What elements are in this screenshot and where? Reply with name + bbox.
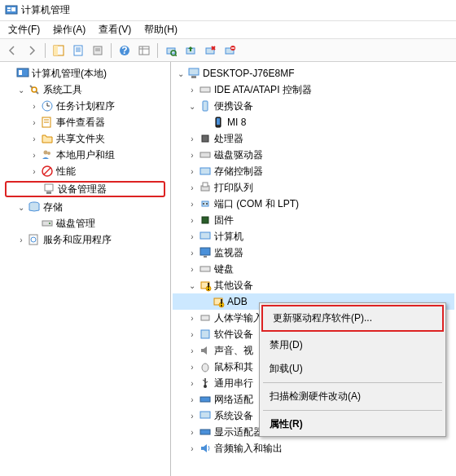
- svg-rect-6: [74, 46, 82, 55]
- svg-rect-80: [200, 397, 210, 402]
- menu-update-driver[interactable]: 更新驱动程序软件(P)...: [263, 306, 442, 330]
- device-root[interactable]: ⌄ DESKTOP-J76E8MF: [173, 65, 454, 82]
- tree-performance[interactable]: › 性能: [2, 163, 169, 179]
- tree-storage[interactable]: ⌄ 存储: [2, 199, 169, 215]
- device-ports[interactable]: ›端口 (COM 和 LPT): [173, 196, 454, 212]
- expand-icon[interactable]: ›: [29, 166, 39, 176]
- device-processors[interactable]: ›处理器: [173, 130, 454, 147]
- expand-icon[interactable]: ›: [187, 264, 197, 274]
- tree-label: 音频输入和输出: [214, 442, 283, 456]
- tree-device-manager[interactable]: 设备管理器: [5, 181, 165, 197]
- collapse-icon[interactable]: ⌄: [187, 280, 197, 290]
- expand-icon[interactable]: ›: [187, 134, 197, 143]
- expand-icon[interactable]: ›: [187, 183, 197, 192]
- device-portable[interactable]: ⌄便携设备: [173, 98, 454, 114]
- device-computer[interactable]: ›计算机: [173, 228, 454, 245]
- update-driver-button[interactable]: [182, 42, 200, 60]
- sound-icon: [199, 344, 212, 357]
- collapse-icon[interactable]: ⌄: [187, 101, 197, 111]
- show-hide-tree-button[interactable]: [50, 42, 68, 60]
- menu-help[interactable]: 帮助(H): [139, 21, 182, 38]
- menu-uninstall[interactable]: 卸载(U): [260, 357, 445, 381]
- menu-separator: [263, 410, 442, 411]
- expand-icon[interactable]: ›: [187, 427, 197, 437]
- help-button[interactable]: ?: [116, 42, 134, 60]
- svg-text:?: ?: [121, 45, 127, 56]
- tree-event-viewer[interactable]: › 事件查看器: [2, 114, 169, 130]
- device-storage-controllers[interactable]: ›存储控制器: [173, 163, 454, 179]
- menu-view[interactable]: 查看(V): [94, 21, 136, 38]
- tree-label: 监视器: [214, 246, 243, 260]
- tree-label: 存储: [43, 201, 63, 214]
- device-monitors[interactable]: ›监视器: [173, 245, 454, 261]
- expand-icon[interactable]: ›: [187, 394, 197, 404]
- expand-icon[interactable]: ›: [187, 411, 197, 421]
- collapse-icon[interactable]: ⌄: [16, 202, 26, 212]
- tree-shared-folders[interactable]: › 共享文件夹: [2, 130, 169, 147]
- list-button[interactable]: [135, 42, 153, 60]
- svg-rect-65: [204, 256, 207, 258]
- expand-icon[interactable]: ›: [187, 85, 197, 95]
- context-menu-highlight: 更新驱动程序软件(P)...: [261, 305, 444, 332]
- tree-label: 固件: [214, 214, 234, 227]
- collapse-icon[interactable]: ⌄: [176, 68, 186, 78]
- device-disk-drives[interactable]: ›磁盘驱动器: [173, 147, 454, 163]
- disable-button[interactable]: [221, 42, 239, 60]
- menu-scan-hardware[interactable]: 扫描检测硬件改动(A): [260, 385, 445, 408]
- tree-task-scheduler[interactable]: › 任务计划程序: [2, 98, 169, 114]
- expand-icon[interactable]: ›: [187, 378, 197, 388]
- menu-separator: [263, 382, 442, 383]
- expand-icon[interactable]: ›: [29, 101, 39, 111]
- expand-icon[interactable]: ›: [187, 199, 197, 209]
- tree-label: 服务和应用程序: [43, 233, 112, 247]
- properties-button[interactable]: [69, 42, 87, 60]
- expand-icon[interactable]: ›: [187, 231, 197, 241]
- tree-system-tools[interactable]: ⌄ 系统工具: [2, 82, 169, 98]
- svg-point-60: [203, 203, 204, 205]
- device-audio-io[interactable]: ›音频输入和输出: [173, 440, 454, 456]
- expand-icon[interactable]: ›: [187, 215, 197, 225]
- scan-hardware-button[interactable]: [162, 42, 180, 60]
- tree-local-users[interactable]: › 本地用户和组: [2, 147, 169, 163]
- device-firmware[interactable]: ›固件: [173, 212, 454, 228]
- device-mi8[interactable]: MI 8: [173, 114, 454, 130]
- device-ide[interactable]: ›IDE ATA/ATAPI 控制器: [173, 82, 454, 98]
- expand-icon[interactable]: ›: [29, 134, 39, 143]
- device-other[interactable]: ⌄!其他设备: [173, 277, 454, 293]
- menu-disable[interactable]: 禁用(D): [260, 333, 445, 357]
- computer-icon: [187, 67, 200, 80]
- back-button[interactable]: [3, 42, 21, 60]
- expand-icon[interactable]: ›: [16, 235, 26, 245]
- menu-action[interactable]: 操作(A): [48, 21, 90, 38]
- uninstall-button[interactable]: [201, 42, 219, 60]
- tree-services-apps[interactable]: › 服务和应用程序: [2, 231, 169, 248]
- export-button[interactable]: [89, 42, 107, 60]
- device-print-queues[interactable]: ›打印队列: [173, 179, 454, 196]
- collapse-icon[interactable]: ⌄: [16, 85, 26, 95]
- tree-disk-management[interactable]: 磁盘管理: [2, 215, 169, 231]
- expand-icon[interactable]: ›: [187, 150, 197, 160]
- mouse-icon: [199, 360, 212, 373]
- device-keyboards[interactable]: ›键盘: [173, 261, 454, 277]
- menu-properties[interactable]: 属性(R): [260, 412, 445, 436]
- forward-button[interactable]: [23, 42, 41, 60]
- expand-icon[interactable]: ›: [187, 346, 197, 355]
- expand-icon[interactable]: ›: [187, 313, 197, 323]
- expand-icon[interactable]: ›: [187, 362, 197, 372]
- expand-icon[interactable]: ›: [187, 329, 197, 339]
- expand-icon[interactable]: ›: [29, 150, 39, 160]
- svg-text:!: !: [220, 298, 223, 308]
- tree-root-computer-management[interactable]: 计算机管理(本地): [2, 65, 169, 82]
- tree-label: ADB: [227, 296, 248, 307]
- svg-rect-58: [203, 183, 208, 187]
- menu-file[interactable]: 文件(F): [3, 21, 45, 38]
- expand-icon[interactable]: ›: [187, 248, 197, 258]
- expand-icon[interactable]: ›: [187, 443, 197, 453]
- expand-icon[interactable]: ›: [187, 166, 197, 176]
- expand-icon: [31, 184, 41, 194]
- cpu-icon: [199, 132, 212, 145]
- monitor-icon: [199, 246, 212, 259]
- tree-label: 键盘: [214, 262, 234, 276]
- expand-icon[interactable]: ›: [29, 117, 39, 127]
- expand-icon[interactable]: [5, 68, 15, 78]
